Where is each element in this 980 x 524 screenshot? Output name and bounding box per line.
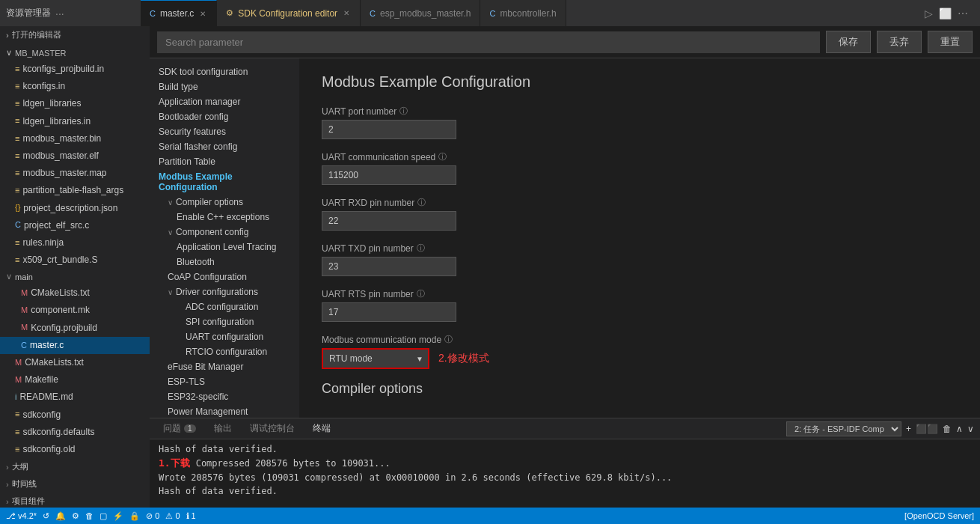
open-editors-section[interactable]: › 打开的编辑器 — [0, 26, 150, 43]
uart-speed-info-icon[interactable]: ⓘ — [438, 151, 447, 162]
tab-terminal[interactable]: 终端 — [305, 421, 338, 436]
sidebar-file-modbus-bin[interactable]: ≡ modbus_master.bin — [0, 130, 150, 147]
sdk-nav-cpp-exceptions[interactable]: Enable C++ exceptions — [150, 210, 299, 225]
split-terminal-icon[interactable]: ⬛⬛ — [916, 424, 938, 434]
sdk-nav-adc-config[interactable]: ADC configuration — [150, 299, 299, 314]
project-section[interactable]: ∨ MB_MASTER — [0, 45, 150, 61]
status-info[interactable]: ℹ 1 — [186, 511, 196, 521]
tab-master-c-close[interactable]: ✕ — [198, 8, 207, 19]
sdk-nav-coap[interactable]: CoAP Configuration — [150, 269, 299, 284]
reset-button[interactable]: 重置 — [928, 31, 973, 53]
status-branch[interactable]: ⎇ v4.2* — [6, 511, 37, 521]
sidebar-file-modbus-elf[interactable]: ≡ modbus_master.elf — [0, 147, 150, 165]
tab-sdk-close[interactable]: ✕ — [342, 7, 351, 19]
tab-esp-modbus[interactable]: C esp_modbus_master.h — [361, 0, 480, 26]
explorer-menu-icon[interactable]: ··· — [55, 7, 64, 19]
uart-port-input[interactable] — [322, 120, 456, 139]
sidebar-group-timeline[interactable]: › 时间线 — [0, 475, 150, 493]
tab-problems[interactable]: 问题 1 — [156, 421, 203, 436]
sidebar-file-sdkconfig-defaults[interactable]: ≡ sdkconfig.defaults — [0, 424, 150, 441]
uart-rts-info-icon[interactable]: ⓘ — [417, 288, 425, 299]
sidebar-file-kconfig-proj[interactable]: M Kconfig.projbuild — [0, 320, 150, 337]
terminal-line-2: 1.下载 Compressed 208576 bytes to 109031..… — [159, 456, 971, 471]
sidebar-file-readme[interactable]: i README.md — [0, 389, 150, 406]
uart-rts-input[interactable] — [322, 302, 456, 322]
sidebar-file-kconfigs-pb[interactable]: ≡ kconfigs_projbuild.in — [0, 61, 150, 78]
sdk-nav-security[interactable]: Security features — [150, 124, 299, 139]
sidebar-file-project-json[interactable]: {} project_description.json — [0, 200, 150, 217]
sidebar-file-rules[interactable]: ≡ rules.ninja — [0, 234, 150, 252]
sdk-nav-rtcio-config[interactable]: RTCIO configuration — [150, 344, 299, 359]
sdk-nav-spi-config[interactable]: SPI configuration — [150, 314, 299, 329]
uart-txd-input[interactable] — [322, 257, 456, 276]
sdk-nav-efuse[interactable]: eFuse Bit Manager — [150, 359, 299, 374]
sidebar-file-root-cmake[interactable]: M CMakeLists.txt — [0, 354, 150, 371]
terminal-task-select[interactable]: 2: 任务 - ESP-IDF Comp — [786, 421, 901, 436]
sdk-nav-bluetooth[interactable]: Bluetooth — [150, 255, 299, 269]
modbus-mode-select[interactable]: RTU mode ASCII mode — [323, 350, 428, 368]
status-notification[interactable]: 🔔 — [55, 511, 66, 521]
sidebar-file-modbus-map[interactable]: ≡ modbus_master.map — [0, 165, 150, 182]
sdk-nav-driver-config[interactable]: ∨ Driver configurations — [150, 284, 299, 299]
chevron-up-icon[interactable]: ∧ — [956, 424, 963, 434]
more-icon[interactable]: ⋯ — [958, 7, 968, 19]
run-icon[interactable]: ▷ — [925, 7, 933, 19]
sdk-nav-uart-config[interactable]: UART configuration — [150, 329, 299, 344]
sidebar-file-master-c[interactable]: C master.c — [0, 337, 150, 354]
sidebar-file-project-elf[interactable]: C project_elf_src.c — [0, 217, 150, 234]
sdk-nav-sdk-tool[interactable]: SDK tool configuration — [150, 64, 299, 79]
sdk-nav-esp-tls[interactable]: ESP-TLS — [150, 374, 299, 389]
status-flash[interactable]: ⚡ — [113, 511, 123, 521]
modbus-mode-info-icon[interactable]: ⓘ — [444, 334, 453, 345]
sidebar-file-ldgen-lib[interactable]: ≡ ldgen_libraries — [0, 95, 150, 112]
sdk-nav-partition[interactable]: Partition Table — [150, 154, 299, 169]
status-errors[interactable]: ⊘ 0 — [146, 511, 159, 521]
sdk-nav-esp32-specific[interactable]: ESP32-specific — [150, 389, 299, 404]
tab-output[interactable]: 输出 — [206, 421, 239, 436]
tab-mbcontroller[interactable]: C mbcontroller.h — [480, 0, 566, 26]
sidebar-file-ldgen-lib-in[interactable]: ≡ ldgen_libraries.in — [0, 113, 150, 130]
sdk-nav-modbus[interactable]: Modbus Example Configuration — [150, 169, 299, 195]
new-terminal-icon[interactable]: + — [906, 424, 911, 434]
sidebar-file-kconfigs[interactable]: ≡ kconfigs.in — [0, 78, 150, 95]
tab-master-c[interactable]: C master.c ✕ — [141, 0, 217, 26]
sidebar-group-outline[interactable]: › 大纲 — [0, 458, 150, 475]
status-delete[interactable]: 🗑 — [85, 511, 94, 520]
layout-icon[interactable]: ⬜ — [939, 7, 952, 19]
chevron-down-icon[interactable]: ∨ — [967, 424, 974, 434]
sidebar-file-x509[interactable]: ≡ x509_crt_bundle.S — [0, 252, 150, 269]
sidebar-file-sdkconfig-old[interactable]: ≡ sdkconfig.old — [0, 441, 150, 458]
sidebar-group-components[interactable]: › 项目组件 — [0, 493, 150, 508]
sdk-nav-serial-flasher[interactable]: Serial flasher config — [150, 139, 299, 154]
sidebar-file-sdkconfig[interactable]: ≡ sdkconfig — [0, 406, 150, 424]
status-openocd[interactable]: [OpenOCD Server] — [904, 511, 974, 520]
tab-sdk-editor[interactable]: ⚙ SDK Configuration editor ✕ — [217, 0, 361, 26]
sidebar-file-cmakelists[interactable]: M CMakeLists.txt — [0, 284, 150, 302]
sdk-nav-compiler-opts[interactable]: ∨ Compiler options — [150, 195, 299, 210]
uart-speed-input[interactable] — [322, 165, 456, 185]
sidebar-group-main[interactable]: ∨ main — [0, 269, 150, 284]
search-input[interactable] — [157, 31, 820, 53]
uart-port-info-icon[interactable]: ⓘ — [399, 106, 408, 117]
status-monitor[interactable]: ▢ — [99, 511, 107, 521]
sdk-nav-build-type[interactable]: Build type — [150, 79, 299, 94]
sdk-nav-bootloader[interactable]: Bootloader config — [150, 109, 299, 124]
tab-debug-console[interactable]: 调试控制台 — [242, 421, 302, 436]
discard-button[interactable]: 丢弃 — [877, 31, 922, 53]
sidebar-file-partition[interactable]: ≡ partition_table-flash_args — [0, 182, 150, 199]
sidebar-file-makefile[interactable]: M Makefile — [0, 371, 150, 389]
save-button[interactable]: 保存 — [826, 31, 871, 53]
uart-rxd-info-icon[interactable]: ⓘ — [417, 197, 426, 208]
status-warnings[interactable]: ⚠ 0 — [165, 511, 180, 521]
sdk-nav-power-mgmt[interactable]: Power Management — [150, 404, 299, 418]
sdk-nav-app-manager[interactable]: Application manager — [150, 94, 299, 109]
sidebar-file-component-mk[interactable]: M component.mk — [0, 302, 150, 319]
status-lock[interactable]: 🔒 — [129, 511, 140, 521]
sdk-nav-app-tracing[interactable]: Application Level Tracing — [150, 240, 299, 255]
status-sync[interactable]: ↺ — [43, 511, 49, 521]
uart-rxd-input[interactable] — [322, 211, 456, 231]
status-settings[interactable]: ⚙ — [72, 511, 79, 521]
uart-txd-info-icon[interactable]: ⓘ — [417, 243, 425, 254]
delete-terminal-icon[interactable]: 🗑 — [943, 424, 952, 434]
sdk-nav-component-config[interactable]: ∨ Component config — [150, 225, 299, 240]
